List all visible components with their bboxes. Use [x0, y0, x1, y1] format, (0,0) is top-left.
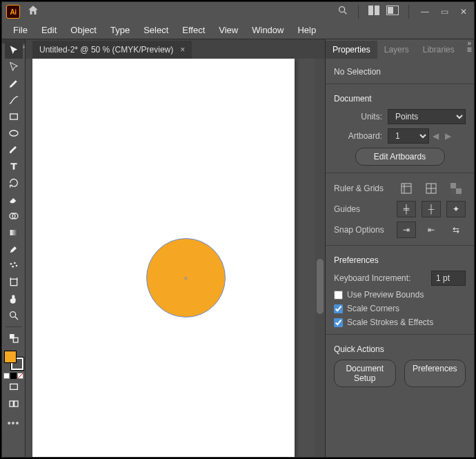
menu-object[interactable]: Object: [63, 22, 103, 38]
title-bar: Ai — ▭ ✕: [2, 2, 474, 21]
fill-stroke-swatches[interactable]: [4, 351, 23, 370]
minimize-icon[interactable]: —: [419, 6, 431, 18]
main-area: »: [2, 39, 474, 457]
svg-point-7: [10, 130, 18, 136]
lock-guides-icon[interactable]: ┼: [422, 201, 441, 217]
gradient-mode-icon[interactable]: [10, 373, 17, 379]
scale-strokes-checkbox[interactable]: Scale Strokes & Effects: [334, 318, 466, 327]
symbol-sprayer-tool[interactable]: [5, 257, 23, 274]
workspace-icon[interactable]: [386, 6, 399, 18]
units-select[interactable]: Points: [388, 109, 466, 124]
menu-effect[interactable]: Effect: [175, 22, 212, 38]
svg-rect-10: [10, 230, 17, 235]
close-tab-icon[interactable]: ×: [180, 45, 185, 55]
guides-label: Guides: [334, 204, 397, 214]
kbd-increment-input[interactable]: [431, 271, 466, 286]
draw-mode-icons[interactable]: [3, 373, 23, 379]
canvas[interactable]: [26, 59, 325, 457]
close-icon[interactable]: ✕: [457, 6, 470, 18]
edit-artboards-button[interactable]: Edit Artboards: [355, 148, 445, 166]
snap-pixel-icon[interactable]: ⇆: [446, 222, 466, 238]
direct-selection-tool[interactable]: [5, 59, 23, 75]
type-tool[interactable]: [5, 158, 23, 175]
curvature-tool[interactable]: [5, 92, 23, 108]
tab-layers[interactable]: Layers: [377, 41, 416, 59]
transparency-grid-icon[interactable]: [446, 180, 466, 197]
quick-actions-head: Quick Actions: [334, 344, 466, 354]
menu-window[interactable]: Window: [245, 22, 290, 38]
preferences-section-head: Preferences: [334, 255, 466, 265]
document-tab[interactable]: Untitled-2* @ 50 % (CMYK/Preview) ×: [32, 41, 192, 59]
rulers-icon[interactable]: [397, 180, 416, 197]
eraser-tool[interactable]: [5, 191, 23, 208]
gradient-tool[interactable]: [5, 224, 23, 241]
snap-grid-icon[interactable]: ⇤: [422, 222, 441, 238]
paintbrush-tool[interactable]: [5, 141, 23, 158]
next-artboard-icon[interactable]: ▶: [442, 128, 454, 144]
scale-corners-checkbox[interactable]: Scale Corners: [334, 304, 466, 313]
menu-edit[interactable]: Edit: [34, 22, 63, 38]
svg-rect-5: [388, 7, 393, 14]
preview-bounds-input[interactable]: [334, 291, 343, 300]
grid-icon[interactable]: [422, 180, 441, 197]
search-icon[interactable]: [337, 5, 348, 19]
screen-mode-tool[interactable]: [5, 379, 23, 395]
ellipse-shape[interactable]: [146, 238, 226, 318]
fill-stroke-toggle[interactable]: [5, 330, 23, 346]
svg-rect-25: [401, 184, 411, 193]
svg-rect-15: [10, 279, 17, 285]
zoom-tool[interactable]: [5, 307, 23, 324]
artboard-select[interactable]: 1: [388, 128, 429, 144]
show-guides-icon[interactable]: ╪: [397, 201, 416, 217]
menu-type[interactable]: Type: [103, 22, 137, 38]
rotate-tool[interactable]: [5, 175, 23, 191]
svg-rect-24: [14, 401, 17, 407]
document-setup-button[interactable]: Document Setup: [334, 360, 396, 387]
menu-help[interactable]: Help: [290, 22, 323, 38]
ellipse-tool[interactable]: [5, 125, 23, 141]
vertical-scrollbar[interactable]: [315, 59, 325, 457]
rectangle-tool[interactable]: [5, 108, 23, 125]
separator: [6, 326, 22, 327]
menu-select[interactable]: Select: [137, 22, 175, 38]
smart-guides-icon[interactable]: ✦: [446, 201, 466, 217]
scale-strokes-input[interactable]: [334, 318, 343, 327]
artboard[interactable]: [32, 59, 295, 457]
fill-swatch[interactable]: [4, 351, 17, 363]
scrollbar-thumb[interactable]: [317, 259, 324, 314]
pen-tool[interactable]: [5, 75, 23, 92]
shape-builder-tool[interactable]: [5, 208, 23, 224]
svg-rect-32: [450, 183, 456, 188]
eyedropper-tool[interactable]: [5, 241, 23, 257]
units-label: Units:: [334, 112, 382, 121]
document-area: Untitled-2* @ 50 % (CMYK/Preview) ×: [26, 39, 325, 457]
prev-artboard-icon[interactable]: ◀: [429, 128, 442, 144]
svg-point-14: [15, 265, 17, 267]
svg-point-11: [10, 263, 12, 265]
svg-point-0: [339, 7, 345, 12]
arrange-icon[interactable]: [368, 6, 379, 18]
maximize-icon[interactable]: ▭: [438, 6, 450, 18]
preferences-button[interactable]: Preferences: [404, 360, 466, 387]
use-preview-bounds-checkbox[interactable]: Use Preview Bounds: [334, 290, 466, 300]
collapse-panel-icon[interactable]: »: [467, 39, 471, 47]
color-mode-icon[interactable]: [3, 373, 10, 379]
menu-view[interactable]: View: [212, 22, 245, 38]
svg-line-19: [15, 317, 18, 320]
document-tab-label: Untitled-2* @ 50 % (CMYK/Preview): [39, 45, 173, 55]
svg-point-18: [10, 312, 15, 318]
none-mode-icon[interactable]: [17, 373, 23, 379]
home-icon[interactable]: [27, 4, 39, 19]
artboard-tool[interactable]: [5, 274, 23, 291]
tab-properties[interactable]: Properties: [326, 41, 377, 59]
edit-toolbar-icon[interactable]: •••: [8, 418, 20, 429]
scale-corners-input[interactable]: [334, 304, 343, 313]
tab-libraries[interactable]: Libraries: [416, 41, 462, 59]
selection-tool[interactable]: [5, 42, 23, 59]
snap-point-icon[interactable]: ⇥: [397, 222, 416, 238]
menu-file[interactable]: File: [6, 22, 34, 38]
svg-line-1: [344, 12, 346, 14]
draw-mode-tool[interactable]: [5, 395, 23, 412]
hand-tool[interactable]: [5, 291, 23, 307]
properties-panel: » Properties Layers Libraries ≡ No Selec…: [325, 39, 474, 457]
